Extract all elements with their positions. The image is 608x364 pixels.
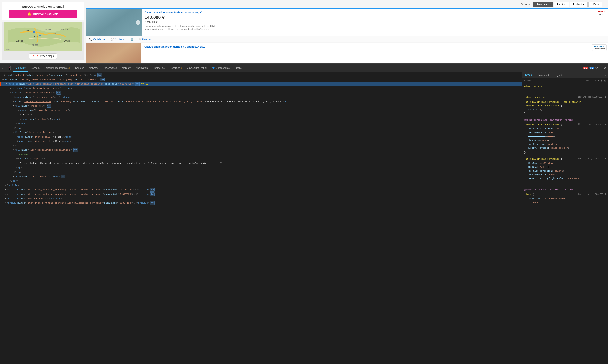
html-line-30[interactable]: ▶ <article class="item item_contains_bra… [0,201,522,205]
html-line-18[interactable]: ▼ <div class="item-description descripti… [0,148,522,152]
styles-tab-more[interactable]: » [602,72,608,78]
tab-lighthouse[interactable]: Lighthouse [150,64,167,72]
sort-bar: Ordenar: Relevancia Baratos Recientes Má… [521,2,602,7]
svg-text:CP-0201: CP-0201 [61,29,68,31]
css-rule-element-style: element.style { [522,84,608,89]
html-line-23[interactable]: </div> [0,170,522,174]
html-line-7[interactable]: <a href="/inmueble/93371668/" role="head… [0,99,522,104]
html-line-6[interactable]: <picture class="logo-branding" >…</pictu… [0,95,522,100]
elements-panel[interactable]: ▶ <div id="order-by" class="order-by " d… [0,72,522,364]
svg-text:AC-406: AC-406 [45,29,52,31]
svg-point-1 [33,31,35,33]
tab-application[interactable]: Application [133,64,150,72]
styles-filter-copy[interactable]: ⎘ [601,79,602,82]
styles-filter-input[interactable] [524,79,582,82]
html-line-19[interactable]: ::before [0,152,522,157]
html-line-25[interactable]: </div> [0,179,522,183]
styles-tab-layout[interactable]: Layout [552,72,565,78]
guardar-btn-1[interactable]: 🤍 Guardar [139,38,151,41]
svg-text:Goog...: Goog... [6,48,12,50]
performance-insights-warning-icon: ⚠ [68,67,70,69]
trash-btn-1[interactable]: 🗑️ [130,38,134,41]
styles-filter-hov[interactable]: :hov [584,79,589,82]
html-line-2[interactable]: ▼ <main class="listing-items core-vitals… [0,77,522,82]
styles-tab-styles[interactable]: Styles [522,72,535,78]
styles-filter-plus[interactable]: + [597,79,599,82]
more-options-btn[interactable]: ⋮ [599,66,602,70]
css-rule-multimedia-48: .item-multimedia-container { listing.css… [522,122,608,127]
sort-mas[interactable]: Más ▾ [588,2,602,7]
tab-js-profiler[interactable]: JavaScript Profiler [185,64,210,72]
error-badge: ⊗ 3 [582,66,588,69]
sort-baratos[interactable]: Baratos [554,2,569,7]
ver-telefono-btn-1[interactable]: 📞 Ver teléfono [89,38,106,41]
html-line-3[interactable]: ▼ <article class="item item_contains_bra… [0,82,522,86]
styles-tabs: Styles Computed Layout » [522,72,608,78]
styles-tab-computed[interactable]: Computed [535,72,552,78]
tab-console[interactable]: Console [28,64,42,72]
html-line-17[interactable]: </div> [0,143,522,148]
tab-sources[interactable]: Sources [73,64,87,72]
devtools-tabbar: ⬚ 📱 Elements Console Performance insight… [0,64,608,72]
styles-filter-toggle[interactable]: ⊡ [604,79,606,82]
html-line-4[interactable]: ▶ <picture class="item-multimedia " >…</… [0,86,522,91]
guardar-busqueda-btn[interactable]: 🔔 Guardar búsqueda [9,10,78,18]
html-line-5[interactable]: <div class="item-info-container" > flex [0,91,522,95]
listing-nav-next-1[interactable]: › [136,20,141,25]
sort-relevancia[interactable]: Relevancia [533,2,553,7]
tab-profiler[interactable]: Profiler [232,64,245,72]
css-rule-element-style-close: } [522,89,608,93]
html-line-16[interactable]: <span class="item-detail" >60 m²</span> [0,139,522,143]
listing-title-2[interactable]: Casa o chalet independiente en Cabanas, … [144,45,605,48]
html-line-13[interactable]: </div> [0,126,522,130]
device-btn[interactable]: 📱 [6,65,13,71]
html-line-28[interactable]: ▶ <article class="item item_contains_bra… [0,192,522,196]
inspect-btn[interactable]: ⬚ [1,65,6,71]
left-panel: Nuevos anuncios en tu email 🔔 Guardar bú… [0,0,86,64]
listing-logo-1: RE/MAXRIAZOR [596,10,606,16]
html-line-24[interactable]: ▶ <div class="item-toolbar" >…</div> fle… [0,174,522,179]
styles-filter-cls[interactable]: .cls [591,79,596,82]
html-line-8[interactable]: ▼ <div class="price-row " > flex [0,104,522,108]
html-line-26[interactable]: </article> [0,183,522,188]
html-line-29[interactable]: ▶ <article class="adv noHover" >…</artic… [0,196,522,201]
tab-recorder[interactable]: Recorder ⚠ [167,64,185,72]
css-rule-multimedia: .item-multimedia-container, .map-contain… [522,100,608,116]
settings-btn[interactable]: ⚙ [595,66,598,70]
tab-elements[interactable]: Elements [13,64,28,72]
svg-text:AC-444: AC-444 [32,44,38,46]
html-line-12[interactable]: </span> [0,121,522,126]
tab-components[interactable]: 🔷 Components [210,64,232,72]
close-devtools-btn[interactable]: ✕ [604,66,606,70]
devtools-body: ▶ <div id="order-by" class="order-by " d… [0,72,608,364]
devtools-right-icons: ⊗ 3 ℹ 1 ⚙ ⋮ ✕ [582,66,607,70]
ver-mapa-label: 📍 Ver en mapa [36,55,54,58]
html-line-27[interactable]: ▶ <article class="item item_contains_bra… [0,188,522,192]
svg-text:Cruz: Cruz [25,29,29,32]
listing-logo-2: QUATRIUMINMOBILIARIA [592,44,607,51]
listing-img-1: › [86,9,142,36]
listing-info-2: Casa o chalet independiente en Cabanas, … [142,43,608,64]
html-line-20[interactable]: ▼ <p class="ellipsis " > [0,157,522,161]
html-line-9[interactable]: ▼ <span class="item-price h2-simulated" … [0,108,522,113]
html-line-1[interactable]: ▶ <div id="order-by" class="order-by " d… [0,73,522,77]
html-line-10[interactable]: "140.000" [0,113,522,117]
guardar-busqueda-label: Guardar búsqueda [33,12,58,15]
html-line-14[interactable]: <div class="item-detail-char" > [0,130,522,135]
ver-en-mapa-btn[interactable]: 📍 📍 Ver en mapa [29,53,57,59]
contactar-btn-1[interactable]: 💬 Contactar [111,38,125,41]
tab-network[interactable]: Network [87,64,101,72]
sort-recientes[interactable]: Recientes [570,2,588,7]
html-line-15[interactable]: <span class="item-detail" >2 hab.</span> [0,135,522,139]
email-title: Nuevos anuncios en tu email [5,5,81,8]
styles-content[interactable]: element.style { } .items-container listi… [522,83,608,364]
html-line-22[interactable]: </p> [0,165,522,170]
tab-memory[interactable]: Memory [119,64,133,72]
html-line-21[interactable]: " Casa independiente de unos 60 metros c… [0,161,522,166]
tab-performance[interactable]: Performance [101,64,119,72]
html-line-11[interactable]: <span class="txt-big" >€</span> [0,117,522,121]
listing-title-1[interactable]: Casa o chalet independiente en o cruceir… [144,11,605,14]
listing-desc-1: Casa independiente de unos 60 metros cua… [144,25,605,31]
tab-performance-insights[interactable]: Performance insights ⚠ [42,64,73,72]
listing-card-2: Casa o chalet independiente en Cabanas, … [86,43,608,64]
